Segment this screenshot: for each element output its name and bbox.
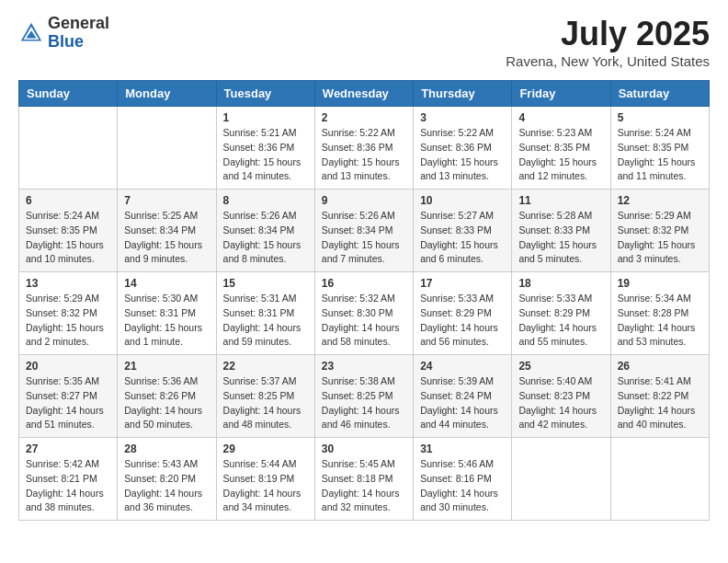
sunset-text: Sunset: 8:35 PM xyxy=(26,224,97,236)
sunrise-text: Sunrise: 5:38 AM xyxy=(322,375,395,386)
daylight-text: Daylight: 14 hours and 30 minutes. xyxy=(420,488,498,513)
sunrise-text: Sunrise: 5:22 AM xyxy=(420,127,494,138)
sunrise-text: Sunrise: 5:32 AM xyxy=(322,293,395,304)
sunset-text: Sunset: 8:36 PM xyxy=(322,142,393,153)
day-info: Sunrise: 5:38 AM Sunset: 8:25 PM Dayligh… xyxy=(322,374,406,432)
logo: General Blue xyxy=(18,15,109,52)
daylight-text: Daylight: 14 hours and 56 minutes. xyxy=(420,322,498,348)
day-info: Sunrise: 5:24 AM Sunset: 8:35 PM Dayligh… xyxy=(618,126,702,184)
daylight-text: Daylight: 15 hours and 7 minutes. xyxy=(322,239,400,265)
calendar-header-row: SundayMondayTuesdayWednesdayThursdayFrid… xyxy=(19,81,710,107)
sunrise-text: Sunrise: 5:24 AM xyxy=(26,210,99,221)
day-number: 18 xyxy=(518,277,603,290)
sunrise-text: Sunrise: 5:37 AM xyxy=(223,375,297,386)
day-number: 24 xyxy=(420,360,505,373)
daylight-text: Daylight: 15 hours and 14 minutes. xyxy=(223,156,301,182)
day-number: 26 xyxy=(618,360,702,373)
calendar-cell: 28 Sunrise: 5:43 AM Sunset: 8:20 PM Dayl… xyxy=(118,438,216,521)
sunrise-text: Sunrise: 5:42 AM xyxy=(26,458,99,469)
calendar-table: SundayMondayTuesdayWednesdayThursdayFrid… xyxy=(18,80,710,521)
sunrise-text: Sunrise: 5:25 AM xyxy=(124,210,198,221)
sunrise-text: Sunrise: 5:22 AM xyxy=(322,127,395,138)
calendar-header-thursday: Thursday xyxy=(414,81,512,107)
daylight-text: Daylight: 14 hours and 58 minutes. xyxy=(322,322,400,348)
calendar-cell xyxy=(610,438,709,521)
day-number: 3 xyxy=(420,111,505,124)
day-info: Sunrise: 5:30 AM Sunset: 8:31 PM Dayligh… xyxy=(124,292,209,350)
day-info: Sunrise: 5:35 AM Sunset: 8:27 PM Dayligh… xyxy=(26,374,110,432)
day-number: 20 xyxy=(26,360,110,373)
sunset-text: Sunset: 8:35 PM xyxy=(518,142,590,153)
daylight-text: Daylight: 15 hours and 5 minutes. xyxy=(518,239,597,265)
calendar-week-row: 13 Sunrise: 5:29 AM Sunset: 8:32 PM Dayl… xyxy=(19,272,710,355)
sunrise-text: Sunrise: 5:33 AM xyxy=(518,293,592,304)
day-number: 2 xyxy=(322,111,406,124)
sunrise-text: Sunrise: 5:21 AM xyxy=(223,127,297,138)
day-number: 23 xyxy=(322,360,406,373)
sunrise-text: Sunrise: 5:31 AM xyxy=(223,293,297,304)
sunrise-text: Sunrise: 5:39 AM xyxy=(420,375,494,386)
daylight-text: Daylight: 14 hours and 59 minutes. xyxy=(223,322,301,348)
sunset-text: Sunset: 8:25 PM xyxy=(322,390,393,401)
sunset-text: Sunset: 8:29 PM xyxy=(518,307,590,318)
day-info: Sunrise: 5:23 AM Sunset: 8:35 PM Dayligh… xyxy=(518,126,603,184)
day-info: Sunrise: 5:32 AM Sunset: 8:30 PM Dayligh… xyxy=(322,292,406,350)
sunset-text: Sunset: 8:29 PM xyxy=(420,307,492,318)
calendar-cell: 22 Sunrise: 5:37 AM Sunset: 8:25 PM Dayl… xyxy=(216,355,314,438)
day-info: Sunrise: 5:45 AM Sunset: 8:18 PM Dayligh… xyxy=(322,457,406,515)
day-info: Sunrise: 5:39 AM Sunset: 8:24 PM Dayligh… xyxy=(420,374,505,432)
calendar-cell: 8 Sunrise: 5:26 AM Sunset: 8:34 PM Dayli… xyxy=(216,190,314,272)
day-number: 31 xyxy=(420,442,505,455)
calendar-cell: 26 Sunrise: 5:41 AM Sunset: 8:22 PM Dayl… xyxy=(610,355,709,438)
calendar-cell: 13 Sunrise: 5:29 AM Sunset: 8:32 PM Dayl… xyxy=(19,272,118,355)
sunset-text: Sunset: 8:27 PM xyxy=(26,390,97,401)
sunset-text: Sunset: 8:22 PM xyxy=(618,390,689,401)
day-info: Sunrise: 5:41 AM Sunset: 8:22 PM Dayligh… xyxy=(618,374,702,432)
day-number: 30 xyxy=(322,442,406,455)
day-info: Sunrise: 5:42 AM Sunset: 8:21 PM Dayligh… xyxy=(26,457,110,515)
calendar-cell: 10 Sunrise: 5:27 AM Sunset: 8:33 PM Dayl… xyxy=(414,190,512,272)
calendar-cell: 9 Sunrise: 5:26 AM Sunset: 8:34 PM Dayli… xyxy=(314,190,413,272)
day-info: Sunrise: 5:26 AM Sunset: 8:34 PM Dayligh… xyxy=(223,209,308,267)
sunrise-text: Sunrise: 5:24 AM xyxy=(618,127,691,138)
calendar-cell: 1 Sunrise: 5:21 AM Sunset: 8:36 PM Dayli… xyxy=(216,107,314,190)
daylight-text: Daylight: 15 hours and 1 minute. xyxy=(124,322,202,348)
sunrise-text: Sunrise: 5:33 AM xyxy=(420,293,494,304)
calendar-header-saturday: Saturday xyxy=(610,81,709,107)
calendar-cell: 24 Sunrise: 5:39 AM Sunset: 8:24 PM Dayl… xyxy=(414,355,512,438)
calendar-header-wednesday: Wednesday xyxy=(314,81,413,107)
sunset-text: Sunset: 8:33 PM xyxy=(518,224,590,236)
sunset-text: Sunset: 8:35 PM xyxy=(618,142,689,153)
day-info: Sunrise: 5:43 AM Sunset: 8:20 PM Dayligh… xyxy=(124,457,209,515)
calendar-cell: 29 Sunrise: 5:44 AM Sunset: 8:19 PM Dayl… xyxy=(216,438,314,521)
day-info: Sunrise: 5:25 AM Sunset: 8:34 PM Dayligh… xyxy=(124,209,209,267)
day-info: Sunrise: 5:44 AM Sunset: 8:19 PM Dayligh… xyxy=(223,457,308,515)
calendar-cell: 19 Sunrise: 5:34 AM Sunset: 8:28 PM Dayl… xyxy=(610,272,709,355)
day-number: 22 xyxy=(223,360,308,373)
day-number: 21 xyxy=(124,360,209,373)
calendar-cell: 12 Sunrise: 5:29 AM Sunset: 8:32 PM Dayl… xyxy=(610,190,709,272)
sunset-text: Sunset: 8:34 PM xyxy=(124,224,196,236)
page-header: General Blue July 2025 Ravena, New York,… xyxy=(18,15,710,69)
sunset-text: Sunset: 8:31 PM xyxy=(124,307,196,318)
day-info: Sunrise: 5:34 AM Sunset: 8:28 PM Dayligh… xyxy=(618,292,702,350)
daylight-text: Daylight: 14 hours and 46 minutes. xyxy=(322,405,400,431)
calendar-cell: 16 Sunrise: 5:32 AM Sunset: 8:30 PM Dayl… xyxy=(314,272,413,355)
calendar-cell: 4 Sunrise: 5:23 AM Sunset: 8:35 PM Dayli… xyxy=(512,107,610,190)
calendar-cell: 6 Sunrise: 5:24 AM Sunset: 8:35 PM Dayli… xyxy=(19,190,118,272)
sunset-text: Sunset: 8:18 PM xyxy=(322,473,393,484)
day-number: 4 xyxy=(518,111,603,124)
daylight-text: Daylight: 14 hours and 50 minutes. xyxy=(124,405,202,431)
calendar-header-friday: Friday xyxy=(512,81,610,107)
calendar-header-sunday: Sunday xyxy=(19,81,118,107)
day-info: Sunrise: 5:33 AM Sunset: 8:29 PM Dayligh… xyxy=(420,292,505,350)
day-number: 28 xyxy=(124,442,209,455)
day-number: 13 xyxy=(26,277,110,290)
sunrise-text: Sunrise: 5:27 AM xyxy=(420,210,494,221)
daylight-text: Daylight: 15 hours and 3 minutes. xyxy=(618,239,696,265)
calendar-cell: 18 Sunrise: 5:33 AM Sunset: 8:29 PM Dayl… xyxy=(512,272,610,355)
daylight-text: Daylight: 15 hours and 8 minutes. xyxy=(223,239,301,265)
daylight-text: Daylight: 15 hours and 9 minutes. xyxy=(124,239,202,265)
day-info: Sunrise: 5:40 AM Sunset: 8:23 PM Dayligh… xyxy=(518,374,603,432)
sunrise-text: Sunrise: 5:26 AM xyxy=(322,210,395,221)
